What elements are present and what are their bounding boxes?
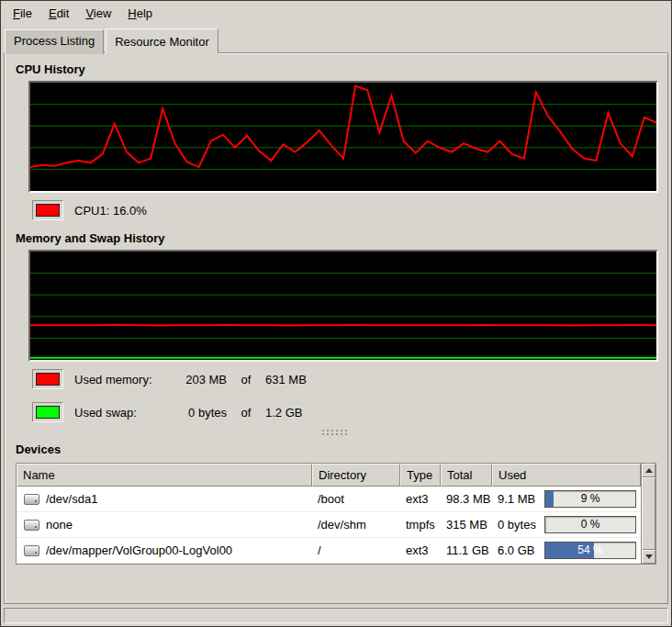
- devices-table: Name Directory Type Total Used /dev/sda1…: [16, 463, 642, 565]
- system-monitor-window: FileEditViewHelp Process Listing Resourc…: [0, 0, 672, 627]
- swap-used-value: 0 bytes: [174, 406, 227, 420]
- usage-progress-bar: 54 %: [544, 542, 636, 559]
- device-name-cell: /dev/sda1: [17, 492, 312, 506]
- device-used-value: 6.0 GB: [498, 543, 539, 557]
- memory-chart-svg: [30, 252, 656, 360]
- memory-history-title: Memory and Swap History: [16, 231, 656, 245]
- grip-dots: [322, 433, 350, 435]
- menu-edit[interactable]: Edit: [40, 3, 77, 24]
- drive-icon: [24, 545, 39, 556]
- device-type-cell: tmpfs: [400, 518, 441, 532]
- memory-legend-swatch-frame: [32, 369, 63, 389]
- device-type-cell: ext3: [400, 492, 441, 506]
- memory-used-value: 203 MB: [174, 373, 227, 386]
- cpu-legend: CPU1: 16.0%: [32, 200, 658, 220]
- status-bar: [4, 608, 668, 623]
- pane-resize-handle[interactable]: [14, 428, 658, 437]
- memory-legend-label: Used memory:: [74, 373, 162, 386]
- menu-bar: FileEditViewHelp: [1, 1, 671, 26]
- device-used-cell: 0 bytes0 %: [492, 516, 641, 533]
- device-used-cell: 9.1 MB9 %: [492, 490, 641, 508]
- device-name: none: [46, 518, 73, 532]
- cpu-chart-svg: [30, 83, 656, 191]
- device-total-cell: 11.1 GB: [441, 543, 492, 557]
- swap-legend: Used swap: 0 bytes of 1.2 GB: [32, 402, 658, 422]
- device-directory-cell: /: [312, 543, 400, 557]
- device-name-cell: none: [17, 518, 312, 532]
- usage-progress-bar: 0 %: [544, 516, 636, 533]
- cpu-legend-swatch-frame: [32, 200, 63, 220]
- devices-area: Name Directory Type Total Used /dev/sda1…: [16, 463, 656, 565]
- resource-monitor-panel: CPU History CPU1: 16.0% Memory and Swap …: [4, 52, 668, 604]
- cpu-history-chart: [28, 81, 658, 193]
- device-name: /dev/mapper/VolGroup00-LogVol00: [46, 543, 232, 557]
- column-header-name[interactable]: Name: [17, 464, 312, 487]
- swap-legend-label: Used swap:: [74, 406, 162, 420]
- drive-icon: [24, 494, 39, 505]
- tab-bar: Process Listing Resource Monitor: [1, 26, 671, 52]
- device-used-cell: 6.0 GB54 %: [492, 542, 641, 559]
- memory-swap-chart: [28, 250, 658, 362]
- device-total-cell: 315 MB: [441, 518, 492, 532]
- devices-title: Devices: [16, 442, 656, 456]
- device-directory-cell: /dev/shm: [312, 518, 400, 532]
- memory-legend: Used memory: 203 MB of 631 MB: [32, 369, 658, 389]
- cpu-legend-label: CPU1: 16.0%: [74, 204, 147, 218]
- swap-total-value: 1.2 GB: [265, 406, 302, 420]
- table-row[interactable]: /dev/mapper/VolGroup00-LogVol00/ext311.1…: [17, 538, 641, 564]
- memory-legend-swatch: [36, 373, 60, 386]
- devices-table-header: Name Directory Type Total Used: [17, 464, 641, 487]
- device-type-cell: ext3: [400, 543, 441, 557]
- devices-scrollbar[interactable]: [642, 463, 656, 565]
- menu-help[interactable]: Help: [119, 3, 161, 24]
- arrow-up-icon: [645, 468, 653, 473]
- column-header-directory[interactable]: Directory: [312, 464, 400, 487]
- usage-percent-label: 0 %: [545, 517, 635, 532]
- scroll-down-button[interactable]: [642, 550, 655, 564]
- devices-table-body: /dev/sda1/bootext398.3 MB9.1 MB9 %none/d…: [17, 487, 641, 564]
- usage-progress-bar: 9 %: [544, 490, 636, 508]
- usage-percent-label: 54 %: [545, 543, 635, 558]
- memory-total-value: 631 MB: [265, 373, 307, 386]
- table-row[interactable]: none/dev/shmtmpfs315 MB0 bytes0 %: [17, 512, 641, 538]
- menu-view[interactable]: View: [77, 3, 119, 24]
- swap-of-text: of: [238, 406, 254, 420]
- arrow-down-icon: [645, 554, 653, 559]
- swap-legend-swatch-frame: [32, 402, 63, 422]
- scrollbar-thumb[interactable]: [642, 477, 655, 550]
- device-used-value: 9.1 MB: [498, 492, 539, 506]
- device-name-cell: /dev/mapper/VolGroup00-LogVol00: [17, 543, 312, 557]
- menu-file[interactable]: File: [5, 3, 40, 24]
- device-used-value: 0 bytes: [498, 518, 539, 532]
- tab-resource-monitor[interactable]: Resource Monitor: [106, 28, 218, 53]
- memory-of-text: of: [238, 373, 254, 386]
- cpu-legend-swatch: [36, 204, 60, 217]
- column-header-type[interactable]: Type: [400, 464, 441, 487]
- column-header-used[interactable]: Used: [492, 464, 641, 487]
- usage-percent-label: 9 %: [545, 491, 635, 507]
- grip-dots: [322, 430, 350, 431]
- cpu-history-title: CPU History: [16, 62, 656, 76]
- table-row[interactable]: /dev/sda1/bootext398.3 MB9.1 MB9 %: [17, 487, 641, 512]
- device-total-cell: 98.3 MB: [441, 492, 492, 506]
- device-directory-cell: /boot: [312, 492, 400, 506]
- swap-legend-swatch: [36, 406, 60, 419]
- device-name: /dev/sda1: [46, 492, 97, 506]
- tab-process-listing[interactable]: Process Listing: [5, 29, 104, 54]
- column-header-total[interactable]: Total: [441, 464, 492, 487]
- scroll-up-button[interactable]: [642, 464, 655, 477]
- drive-icon: [24, 520, 39, 531]
